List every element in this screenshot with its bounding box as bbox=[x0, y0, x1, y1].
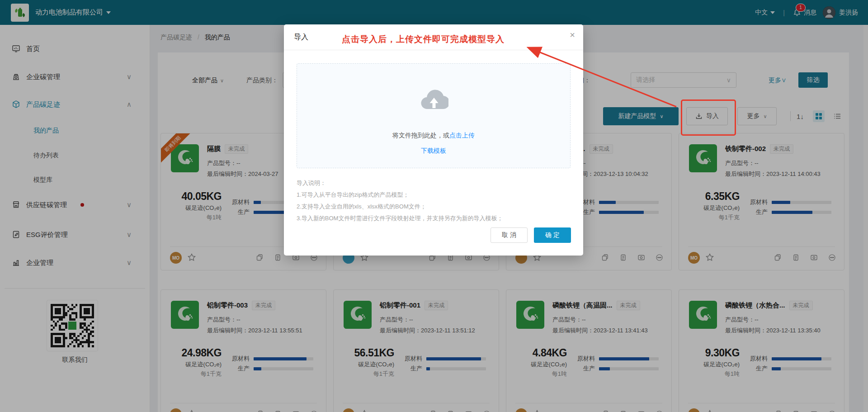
import-note-3: 3.导入新的BOM文件时需进行文件字段映射处理，并支持另存为新的导入模板； bbox=[297, 214, 503, 223]
modal-header-divider bbox=[284, 50, 583, 50]
upload-cloud-icon bbox=[420, 88, 448, 111]
dropzone-hint: 将文件拖到此处，或点击上传 bbox=[297, 132, 570, 140]
annotation-highlight-box bbox=[681, 99, 736, 136]
import-modal: 导入 × 将文件拖到此处，或点击上传 下载模板 导入说明： 1.可导入从平台导出… bbox=[284, 24, 583, 256]
click-upload-link[interactable]: 点击上传 bbox=[449, 132, 475, 139]
upload-dropzone[interactable]: 将文件拖到此处，或点击上传 下载模板 bbox=[297, 63, 571, 168]
cancel-button[interactable]: 取 消 bbox=[491, 227, 528, 243]
annotation-text: 点击导入后，上传文件即可完成模型导入 bbox=[342, 33, 505, 45]
import-notes-title: 导入说明： bbox=[297, 179, 326, 187]
import-note-1: 1.可导入从平台导出的zip格式的产品模型； bbox=[297, 191, 409, 199]
download-template-link[interactable]: 下载模板 bbox=[297, 147, 570, 155]
import-note-2: 2.支持导入企业自用的xls、xlsx格式的BOM文件； bbox=[297, 203, 426, 211]
modal-title: 导入 bbox=[294, 33, 308, 42]
close-icon[interactable]: × bbox=[570, 30, 575, 40]
confirm-button[interactable]: 确 定 bbox=[534, 227, 571, 243]
